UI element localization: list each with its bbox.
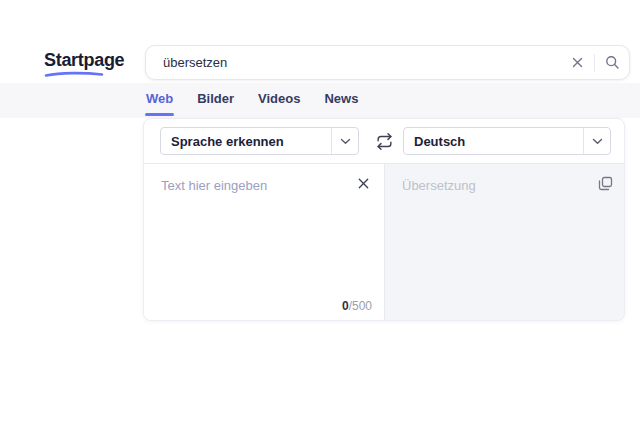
- char-count: 0: [342, 299, 349, 313]
- translation-output-placeholder: Übersetzung: [402, 178, 476, 193]
- search-input[interactable]: [146, 46, 560, 79]
- startpage-search-page: Startpage Web: [0, 0, 640, 427]
- search-bar: [145, 45, 630, 80]
- translator-body: 0/500 Übersetzung: [144, 164, 624, 321]
- translation-output-pane: Übersetzung: [384, 164, 624, 321]
- clear-input-button[interactable]: [350, 170, 376, 196]
- tab-news-label: News: [324, 91, 358, 106]
- search-submit-button[interactable]: [595, 46, 629, 79]
- magnifier-icon: [605, 55, 620, 70]
- target-language-label: Deutsch: [404, 128, 583, 154]
- startpage-logo[interactable]: Startpage: [44, 50, 134, 71]
- tab-web[interactable]: Web: [145, 89, 174, 112]
- search-tabs: Web Bilder Videos News: [145, 83, 359, 118]
- clear-search-button[interactable]: [560, 46, 594, 79]
- tab-videos-label: Videos: [258, 91, 300, 106]
- translation-input-pane: 0/500: [144, 164, 384, 321]
- source-language-chevron-cell: [331, 128, 358, 154]
- search-actions: [560, 46, 629, 79]
- x-icon: [571, 56, 584, 69]
- tab-videos[interactable]: Videos: [257, 89, 301, 112]
- active-tab-underline: [145, 113, 174, 116]
- copy-icon: [598, 176, 613, 191]
- translator-widget: Sprache erkennen: [143, 118, 625, 321]
- translation-input[interactable]: [144, 164, 384, 321]
- source-language-label: Sprache erkennen: [161, 128, 331, 154]
- tab-web-label: Web: [146, 91, 173, 106]
- tab-news[interactable]: News: [323, 89, 359, 112]
- char-limit: /500: [349, 299, 372, 313]
- target-language-select[interactable]: Deutsch: [403, 127, 611, 155]
- translator-header: Sprache erkennen: [144, 119, 624, 164]
- tab-bilder-label: Bilder: [197, 91, 234, 106]
- swap-languages-button[interactable]: [370, 127, 398, 155]
- chevron-down-icon: [340, 138, 351, 145]
- copy-output-button[interactable]: [592, 170, 618, 196]
- x-icon: [357, 177, 370, 190]
- target-language-chevron-cell: [583, 128, 610, 154]
- char-counter: 0/500: [342, 299, 372, 313]
- logo-underline-swoosh: [44, 71, 104, 78]
- chevron-down-icon: [592, 138, 603, 145]
- source-language-select[interactable]: Sprache erkennen: [160, 127, 359, 155]
- startpage-logo-text: Startpage: [44, 50, 134, 71]
- swap-arrows-icon: [376, 133, 393, 150]
- tab-band: Web Bilder Videos News: [0, 83, 640, 118]
- tab-bilder[interactable]: Bilder: [196, 89, 235, 112]
